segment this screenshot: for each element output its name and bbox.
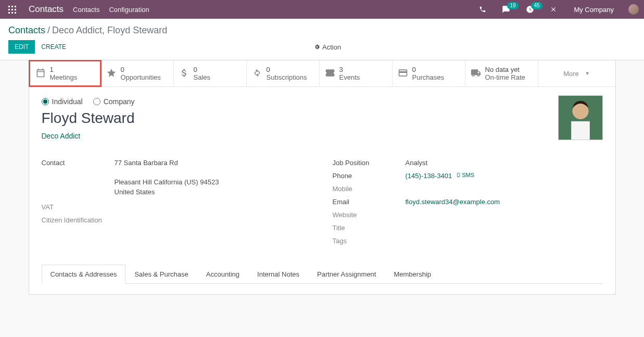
label-phone: Phone bbox=[333, 172, 406, 180]
radio-individual[interactable]: Individual bbox=[42, 97, 83, 106]
fields-left: Contact 77 Santa Barbara Rd Pleasant Hil… bbox=[42, 159, 312, 250]
value-phone[interactable]: (145)-138-3401 bbox=[406, 172, 452, 180]
label-email: Email bbox=[333, 198, 406, 206]
gear-icon bbox=[314, 44, 320, 50]
tab-sales-purchase[interactable]: Sales & Purchase bbox=[125, 265, 197, 283]
calendar-icon bbox=[35, 68, 46, 80]
parent-company-link[interactable]: Deco Addict bbox=[42, 132, 81, 140]
stat-count: 0 bbox=[194, 66, 211, 73]
company-switcher[interactable]: My Company bbox=[574, 6, 614, 14]
tab-internal-notes[interactable]: Internal Notes bbox=[248, 265, 308, 283]
stat-count: 0 bbox=[412, 66, 444, 73]
stat-purchases[interactable]: 0Purchases bbox=[393, 60, 465, 86]
stat-count: No data yet bbox=[485, 66, 525, 73]
stat-label: Subscriptions bbox=[267, 73, 307, 81]
stat-opportunities[interactable]: 0Opportunities bbox=[101, 60, 174, 86]
svg-rect-1 bbox=[11, 6, 13, 7]
discuss-badge: 19 bbox=[507, 2, 518, 9]
credit-card-icon bbox=[398, 68, 408, 80]
tab-membership[interactable]: Membership bbox=[385, 265, 440, 283]
contact-type-radio: Individual Company bbox=[42, 97, 603, 106]
control-panel: Contacts/Deco Addict, Floyd Steward EDIT… bbox=[0, 19, 644, 60]
svg-rect-7 bbox=[11, 12, 13, 14]
value-email[interactable]: floyd.steward34@example.com bbox=[406, 198, 500, 206]
stat-meetings[interactable]: 1Meetings bbox=[29, 60, 102, 87]
avatar bbox=[558, 95, 603, 140]
stat-events[interactable]: 3Events bbox=[320, 60, 393, 86]
svg-rect-5 bbox=[15, 9, 16, 10]
svg-rect-8 bbox=[15, 12, 16, 14]
nav-contacts[interactable]: Contacts bbox=[73, 6, 99, 14]
form-sheet: 1Meetings 0Opportunities 0Sales 0Subscri… bbox=[29, 60, 616, 295]
form-tabs: Contacts & Addresses Sales & Purchase Ac… bbox=[42, 265, 603, 284]
label-tags: Tags bbox=[333, 237, 406, 245]
stat-more-label: More bbox=[563, 70, 579, 78]
dollar-icon bbox=[179, 68, 190, 80]
svg-rect-3 bbox=[8, 9, 10, 10]
refresh-icon bbox=[252, 68, 262, 80]
stat-label: Purchases bbox=[412, 73, 444, 81]
fields-right: Job PositionAnalyst Phone(145)-138-3401S… bbox=[333, 159, 603, 250]
star-icon bbox=[106, 68, 117, 80]
stat-label: Events bbox=[339, 73, 360, 81]
tab-contacts-addresses[interactable]: Contacts & Addresses bbox=[42, 265, 126, 284]
label-title: Title bbox=[333, 224, 406, 232]
label-vat: VAT bbox=[42, 203, 115, 211]
activity-icon[interactable]: 45 bbox=[526, 5, 534, 14]
edit-button[interactable]: EDIT bbox=[8, 40, 35, 54]
close-tray-icon[interactable] bbox=[550, 6, 557, 13]
address-country: United States bbox=[115, 188, 219, 196]
label-mobile: Mobile bbox=[333, 185, 406, 193]
stat-count: 0 bbox=[121, 66, 161, 73]
contact-name: Floyd Steward bbox=[42, 110, 603, 127]
stat-label: On-time Rate bbox=[485, 73, 525, 81]
create-button[interactable]: CREATE bbox=[41, 43, 66, 51]
user-avatar[interactable] bbox=[628, 4, 639, 15]
label-job: Job Position bbox=[333, 159, 406, 167]
value-job: Analyst bbox=[406, 159, 428, 167]
nav-configuration[interactable]: Configuration bbox=[109, 6, 149, 14]
apps-icon[interactable] bbox=[8, 6, 16, 14]
address-street: 77 Santa Barbara Rd bbox=[115, 159, 219, 167]
app-brand: Contacts bbox=[29, 4, 64, 15]
top-nav: Contacts Contacts Configuration 19 45 My… bbox=[0, 0, 644, 19]
sms-link[interactable]: SMS bbox=[456, 172, 474, 178]
label-contact: Contact bbox=[42, 159, 115, 198]
svg-rect-4 bbox=[11, 9, 13, 10]
label-citizen-id: Citizen Identification bbox=[42, 216, 102, 224]
breadcrumb: Contacts/Deco Addict, Floyd Steward bbox=[8, 25, 636, 36]
ticket-icon bbox=[325, 68, 335, 80]
stat-label: Sales bbox=[194, 73, 211, 81]
action-label: Action bbox=[322, 43, 341, 51]
action-dropdown[interactable]: Action bbox=[314, 43, 341, 51]
discuss-icon[interactable]: 19 bbox=[502, 5, 510, 14]
phone-icon[interactable] bbox=[479, 6, 486, 13]
stat-subscriptions[interactable]: 0Subscriptions bbox=[247, 60, 320, 86]
stat-label: Opportunities bbox=[121, 73, 161, 81]
breadcrumb-root[interactable]: Contacts bbox=[8, 25, 45, 35]
truck-icon bbox=[471, 68, 481, 80]
stat-buttons: 1Meetings 0Opportunities 0Sales 0Subscri… bbox=[29, 60, 615, 87]
svg-rect-0 bbox=[8, 6, 10, 7]
tab-accounting[interactable]: Accounting bbox=[197, 265, 248, 283]
stat-label: Meetings bbox=[50, 73, 78, 81]
radio-company[interactable]: Company bbox=[93, 97, 135, 106]
activity-badge: 45 bbox=[531, 2, 542, 9]
address-city: Pleasant Hill California (US) 94523 bbox=[115, 178, 219, 186]
stat-more[interactable]: More▼ bbox=[538, 60, 615, 86]
tab-partner-assignment[interactable]: Partner Assignment bbox=[308, 265, 385, 283]
stat-count: 1 bbox=[50, 66, 78, 73]
stat-ontime[interactable]: No data yetOn-time Rate bbox=[465, 60, 538, 86]
svg-rect-6 bbox=[8, 12, 10, 14]
stat-count: 0 bbox=[267, 66, 307, 73]
chevron-down-icon: ▼ bbox=[585, 71, 590, 76]
label-website: Website bbox=[333, 211, 406, 219]
stat-sales[interactable]: 0Sales bbox=[174, 60, 247, 86]
stat-count: 3 bbox=[339, 66, 360, 73]
breadcrumb-current: Deco Addict, Floyd Steward bbox=[52, 25, 167, 35]
svg-rect-2 bbox=[15, 6, 16, 7]
